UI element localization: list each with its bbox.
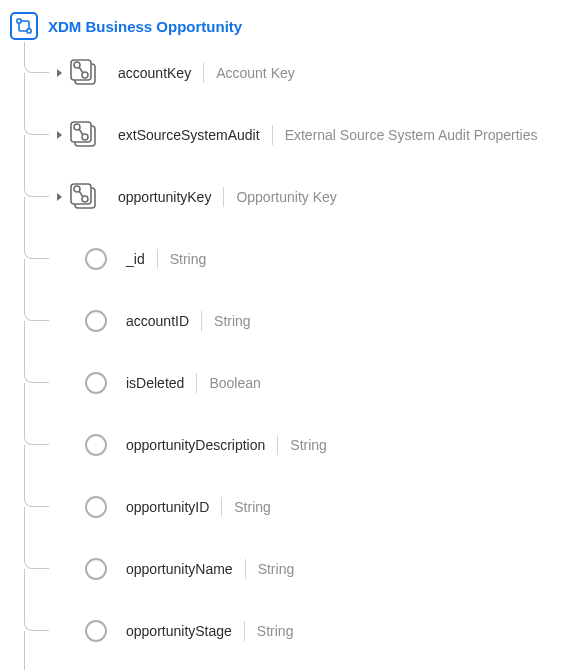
field-type: External Source System Audit Properties — [285, 127, 538, 143]
field-row[interactable]: extSourceSystemAudit External Source Sys… — [24, 104, 556, 166]
svg-point-17 — [86, 249, 106, 269]
field-name: opportunityKey — [118, 189, 211, 205]
leaf-circle-icon — [84, 619, 108, 643]
expand-chevron-icon[interactable] — [57, 69, 62, 77]
field-row[interactable]: _id String — [24, 228, 556, 290]
object-group-icon — [68, 181, 100, 213]
field-divider — [201, 311, 202, 331]
field-divider — [245, 559, 246, 579]
svg-point-23 — [86, 621, 106, 641]
field-name: opportunityID — [126, 499, 209, 515]
schema-icon — [10, 12, 38, 40]
field-name: opportunityDescription — [126, 437, 265, 453]
field-name: accountKey — [118, 65, 191, 81]
leaf-circle-icon — [84, 247, 108, 271]
field-name: isDeleted — [126, 375, 184, 391]
field-divider — [221, 497, 222, 517]
field-type: String — [170, 251, 207, 267]
field-row[interactable]: accountID String — [24, 290, 556, 352]
svg-rect-1 — [27, 29, 31, 33]
field-name: opportunityStage — [126, 623, 232, 639]
field-divider — [157, 249, 158, 269]
field-row[interactable]: opportunityName String — [24, 538, 556, 600]
field-list: accountKey Account Key extSourceSystemAu… — [24, 42, 556, 670]
expand-chevron-icon[interactable] — [57, 131, 62, 139]
chevron-slot — [50, 193, 68, 201]
field-type: Account Key — [216, 65, 295, 81]
svg-point-18 — [86, 311, 106, 331]
chevron-slot — [50, 131, 68, 139]
field-type: String — [258, 561, 295, 577]
field-row[interactable]: opportunityDescription String — [24, 414, 556, 476]
object-group-icon — [68, 57, 100, 89]
field-type: String — [234, 499, 271, 515]
svg-point-19 — [86, 373, 106, 393]
schema-root[interactable]: XDM Business Opportunity — [10, 10, 556, 42]
leaf-circle-icon — [84, 557, 108, 581]
field-name: extSourceSystemAudit — [118, 127, 260, 143]
svg-rect-0 — [17, 19, 21, 23]
svg-point-21 — [86, 497, 106, 517]
field-type: Boolean — [209, 375, 260, 391]
field-type: String — [257, 623, 294, 639]
field-name: accountID — [126, 313, 189, 329]
leaf-circle-icon — [84, 433, 108, 457]
expand-chevron-icon[interactable] — [57, 193, 62, 201]
leaf-circle-icon — [84, 495, 108, 519]
svg-point-22 — [86, 559, 106, 579]
field-name: opportunityName — [126, 561, 233, 577]
field-divider — [272, 125, 273, 145]
field-type: Opportunity Key — [236, 189, 336, 205]
field-type: String — [214, 313, 251, 329]
field-row[interactable]: opportunityType String — [24, 662, 556, 670]
field-divider — [277, 435, 278, 455]
svg-point-20 — [86, 435, 106, 455]
field-row[interactable]: opportunityKey Opportunity Key — [24, 166, 556, 228]
field-row[interactable]: isDeleted Boolean — [24, 352, 556, 414]
field-type: String — [290, 437, 327, 453]
field-divider — [244, 621, 245, 641]
field-name: _id — [126, 251, 145, 267]
field-row[interactable]: accountKey Account Key — [24, 42, 556, 104]
field-row[interactable]: opportunityID String — [24, 476, 556, 538]
leaf-circle-icon — [84, 371, 108, 395]
field-divider — [196, 373, 197, 393]
leaf-circle-icon — [84, 309, 108, 333]
chevron-slot — [50, 69, 68, 77]
object-group-icon — [68, 119, 100, 151]
field-divider — [223, 187, 224, 207]
field-row[interactable]: opportunityStage String — [24, 600, 556, 662]
schema-title: XDM Business Opportunity — [48, 18, 242, 35]
field-divider — [203, 63, 204, 83]
